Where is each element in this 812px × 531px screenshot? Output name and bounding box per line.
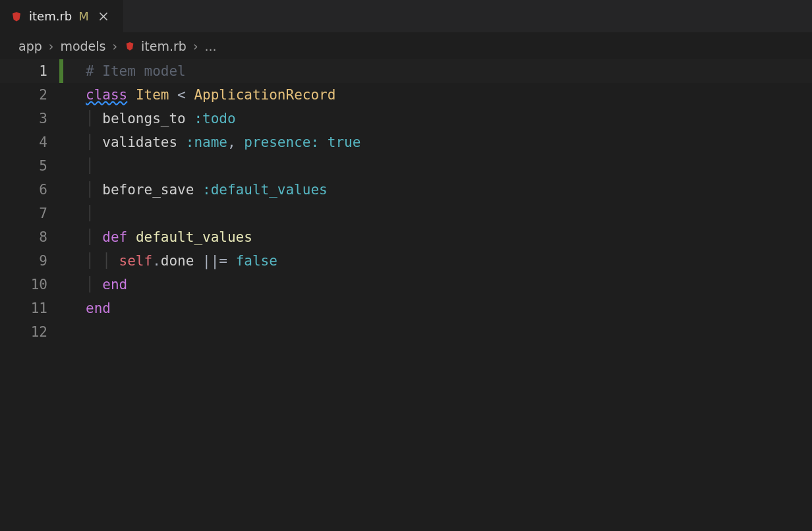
code-token: validates (102, 134, 177, 150)
breadcrumb-ellipsis[interactable]: ... (205, 39, 217, 53)
code-token: . (152, 253, 161, 269)
gutter-spacer (59, 320, 63, 344)
editor-line[interactable]: 11 end (0, 296, 812, 320)
breadcrumb-item[interactable]: item.rb (141, 39, 187, 53)
breadcrumb[interactable]: app › models › item.rb › ... (0, 33, 812, 59)
editor-line[interactable]: 8 │ def default_values (0, 225, 812, 249)
line-number: 2 (0, 83, 59, 107)
editor-line[interactable]: 2 class Item < ApplicationRecord (0, 83, 812, 107)
line-number: 7 (0, 202, 59, 225)
editor-tab[interactable]: item.rb M (0, 0, 123, 32)
code-token: end (86, 300, 111, 316)
code-token: # Item model (86, 63, 186, 79)
code-token: :default_values (202, 182, 328, 198)
code-token: before_save (102, 182, 194, 198)
code-token: self (119, 253, 153, 269)
editor-line[interactable]: 10 │ end (0, 273, 812, 296)
code-editor[interactable]: 1 # Item model 2 class Item < Applicatio… (0, 59, 812, 531)
line-number: 10 (0, 273, 59, 296)
ruby-file-icon (124, 40, 136, 52)
line-number: 12 (0, 320, 59, 344)
code-token: ApplicationRecord (194, 87, 335, 103)
code-token: :todo (194, 111, 235, 126)
line-number: 9 (0, 249, 59, 273)
chevron-right-icon: › (49, 39, 54, 53)
code-token: false (236, 253, 277, 269)
code-token: end (102, 277, 127, 293)
editor-line[interactable]: 7 │ (0, 202, 812, 225)
code-token: , (227, 134, 236, 150)
editor-line[interactable]: 3 │ belongs_to :todo (0, 107, 812, 130)
editor-line[interactable]: 4 │ validates :name, presence: true (0, 130, 812, 154)
code-token: :name (186, 134, 227, 150)
code-token: class (86, 87, 127, 103)
code-token: ||= (202, 253, 227, 269)
editor-line[interactable]: 1 # Item model (0, 59, 812, 83)
line-number: 3 (0, 107, 59, 130)
code-token: belongs_to (102, 111, 185, 126)
editor-line[interactable]: 6 │ before_save :default_values (0, 178, 812, 202)
breadcrumb-item[interactable]: app (18, 39, 42, 53)
chevron-right-icon: › (193, 39, 198, 53)
code-token: Item (136, 87, 169, 103)
line-number: 1 (0, 59, 59, 83)
line-number: 11 (0, 296, 59, 320)
line-number: 8 (0, 225, 59, 249)
ruby-file-icon (11, 11, 22, 22)
code-token: < (177, 87, 186, 103)
tab-dirty-badge: M (78, 9, 89, 23)
line-number: 6 (0, 178, 59, 202)
chevron-right-icon: › (112, 39, 117, 53)
code-token: def (102, 229, 127, 245)
tab-bar: item.rb M (0, 0, 812, 33)
code-token: presence: (244, 134, 319, 150)
code-token: default_values (136, 229, 252, 245)
editor-line[interactable]: 12 (0, 320, 812, 344)
close-icon[interactable] (96, 11, 111, 22)
code-token: done (161, 253, 194, 269)
tab-filename: item.rb (29, 9, 72, 23)
editor-line[interactable]: 9 │ │ self.done ||= false (0, 249, 812, 273)
editor-line[interactable]: 5 │ (0, 154, 812, 178)
line-number: 4 (0, 130, 59, 154)
line-number: 5 (0, 154, 59, 178)
code-token: true (328, 134, 361, 150)
breadcrumb-item[interactable]: models (60, 39, 105, 53)
